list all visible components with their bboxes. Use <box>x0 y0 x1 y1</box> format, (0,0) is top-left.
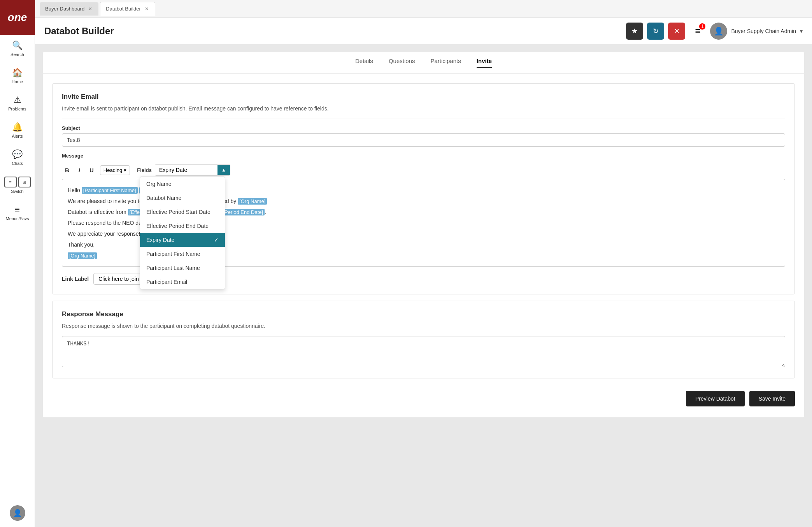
msg-text-thanks: Thank you, <box>68 242 95 248</box>
subject-input[interactable] <box>62 133 785 147</box>
fields-input[interactable] <box>155 165 217 175</box>
preview-databot-button[interactable]: Preview Databot <box>686 391 745 406</box>
fields-label: Fields <box>137 167 152 173</box>
close-button[interactable]: ✕ <box>668 23 685 40</box>
sidebar-item-alerts[interactable]: 🔔 Alerts <box>0 117 35 144</box>
underline-button[interactable]: U <box>86 165 97 175</box>
header: Databot Builder ★ ↻ ✕ ≡ 1 👤 Buyer Supply… <box>35 18 812 44</box>
refresh-button[interactable]: ↻ <box>647 23 664 40</box>
notifications-button[interactable]: ≡ 1 <box>689 23 706 40</box>
content-inner: Details Questions Participants Invite In… <box>43 52 804 417</box>
msg-tag-org-name-2: [Org Name] <box>68 252 97 259</box>
tab-questions[interactable]: Questions <box>389 58 415 68</box>
content-body: Invite Email Invite email is sent to par… <box>43 74 804 417</box>
response-message-card: Response Message Response message is sho… <box>52 301 795 378</box>
header-actions: ★ ↻ ✕ ≡ 1 👤 Buyer Supply Chain Admin ▾ <box>626 23 803 40</box>
heading-dropdown[interactable]: Heading ▾ <box>100 165 130 175</box>
msg-text-hello: Hello <box>68 187 82 193</box>
notification-badge: 1 <box>699 23 705 30</box>
content: Details Questions Participants Invite In… <box>35 44 812 527</box>
tab-participants[interactable]: Participants <box>430 58 461 68</box>
dropdown-item-participant-email[interactable]: Participant Email <box>140 275 225 289</box>
user-name: Buyer Supply Chain Admin <box>731 28 796 34</box>
msg-tag-participant-first: [Participant First Name] <box>82 187 138 194</box>
dropdown-item-databot-name[interactable]: Databot Name <box>140 191 225 205</box>
switch-icons: ≡ ⊞ <box>4 177 31 187</box>
bold-button[interactable]: B <box>62 165 72 175</box>
tab-buyer-dashboard[interactable]: Buyer Dashboard ✕ <box>40 2 98 16</box>
warning-icon: ⚠ <box>14 95 21 105</box>
sidebar-item-home[interactable]: 🏠 Home <box>0 62 35 89</box>
fields-input-container: ▲ <box>155 164 230 176</box>
heading-arrow-icon: ▾ <box>124 167 126 173</box>
search-icon: 🔍 <box>12 40 23 51</box>
dropdown-item-participant-last-name[interactable]: Participant Last Name <box>140 261 225 275</box>
sidebar-item-chats[interactable]: 💬 Chats <box>0 144 35 171</box>
save-invite-button[interactable]: Save Invite <box>749 391 795 406</box>
response-message-description: Response message is shown to the partici… <box>62 323 785 329</box>
dropdown-item-effective-start[interactable]: Effective Period Start Date <box>140 205 225 219</box>
bell-icon: 🔔 <box>12 122 23 132</box>
user-avatar-small: 👤 <box>10 505 25 521</box>
tab-databot-builder-label: Databot Builder <box>106 6 141 12</box>
msg-text-effective: Databot is effective from <box>68 209 128 215</box>
fields-toggle-button[interactable]: ▲ <box>217 165 230 175</box>
dropdown-item-org-name[interactable]: Org Name <box>140 177 225 191</box>
sidebar: one 🔍 Search 🏠 Home ⚠ Problems 🔔 Alerts … <box>0 0 35 527</box>
sidebar-item-search[interactable]: 🔍 Search <box>0 35 35 62</box>
app-logo: one <box>0 0 35 35</box>
message-label: Message <box>62 153 785 159</box>
response-textarea[interactable]: THANKS! <box>62 336 785 367</box>
chat-icon: 💬 <box>12 149 23 159</box>
heading-label: Heading <box>103 167 122 173</box>
invite-email-title: Invite Email <box>62 93 785 101</box>
tab-databot-builder[interactable]: Databot Builder ✕ <box>100 2 155 16</box>
subject-label: Subject <box>62 125 785 131</box>
invite-email-card: Invite Email Invite email is sent to par… <box>52 83 795 294</box>
tab-buyer-dashboard-label: Buyer Dashboard <box>45 6 84 12</box>
dropdown-item-effective-end[interactable]: Effective Period End Date <box>140 219 225 233</box>
sidebar-item-problems[interactable]: ⚠ Problems <box>0 89 35 117</box>
sidebar-item-switch[interactable]: ≡ ⊞ Switch <box>0 171 35 199</box>
user-avatar: 👤 <box>710 23 727 40</box>
msg-tag-org-name: [Org Name] <box>238 198 267 205</box>
chevron-down-icon: ▾ <box>800 28 803 34</box>
msg-text-appreciate: We appreciate your response!! <box>68 231 142 237</box>
star-button[interactable]: ★ <box>626 23 643 40</box>
checkmark-icon: ✓ <box>214 237 219 243</box>
tab-bar: Buyer Dashboard ✕ Databot Builder ✕ <box>35 0 812 18</box>
tab-invite[interactable]: Invite <box>477 58 492 68</box>
page-title: Databot Builder <box>44 26 114 37</box>
home-icon: 🏠 <box>12 68 23 78</box>
menu-icon: ≡ <box>15 205 20 215</box>
tab-databot-builder-close[interactable]: ✕ <box>144 5 149 12</box>
dropdown-item-expiry-date[interactable]: Expiry Date ✓ <box>140 233 225 247</box>
link-label-text: Link Label <box>62 276 89 282</box>
sidebar-item-menus[interactable]: ≡ Menus/Favs <box>0 199 35 226</box>
switch-box-right: ⊞ <box>18 177 31 187</box>
italic-button[interactable]: I <box>75 165 83 175</box>
nav-tabs: Details Questions Participants Invite <box>43 52 804 74</box>
sidebar-item-user-avatar-bottom[interactable]: 👤 <box>0 500 35 527</box>
invite-form: Subject Message B I U Heading ▾ <box>62 119 785 285</box>
fields-dropdown: Org Name Databot Name Effective Period S… <box>140 177 225 289</box>
tab-buyer-dashboard-close[interactable]: ✕ <box>88 5 93 12</box>
main-area: Buyer Dashboard ✕ Databot Builder ✕ Data… <box>35 0 812 527</box>
response-message-title: Response Message <box>62 310 785 318</box>
footer-buttons: Preview Databot Save Invite <box>52 385 795 408</box>
user-profile[interactable]: 👤 Buyer Supply Chain Admin ▾ <box>710 23 803 40</box>
message-toolbar: B I U Heading ▾ Fields ▲ <box>62 161 785 179</box>
tab-details[interactable]: Details <box>355 58 373 68</box>
dropdown-item-participant-first-name[interactable]: Participant First Name <box>140 247 225 261</box>
invite-email-description: Invite email is sent to participant on d… <box>62 105 785 112</box>
switch-box-left: ≡ <box>4 177 17 187</box>
